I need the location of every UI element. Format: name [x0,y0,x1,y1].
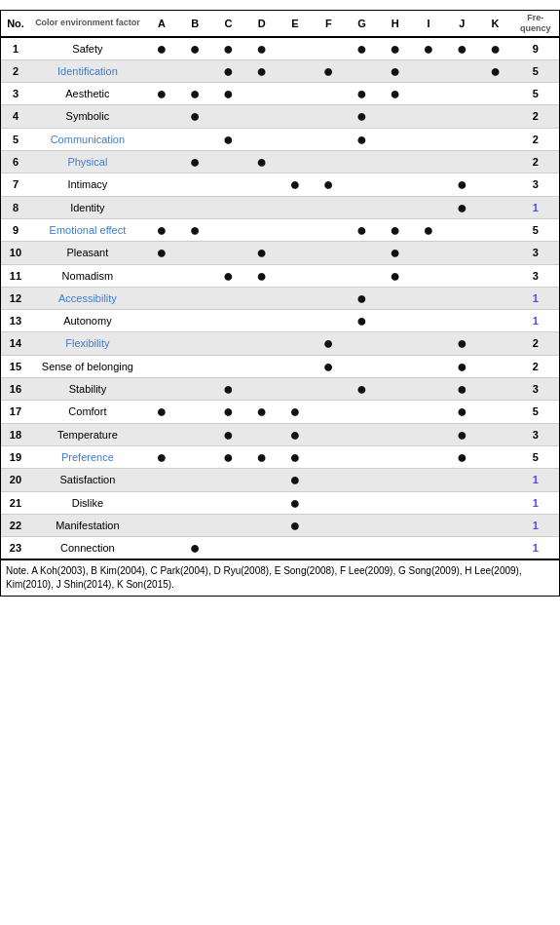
cell-dot-a [145,128,178,150]
cell-dot-k: ● [478,37,511,60]
cell-dot-k [478,445,511,468]
dot-icon: ● [356,84,367,103]
cell-no: 16 [1,378,30,401]
cell-dot-h: ● [379,264,412,287]
dot-icon: ● [156,402,167,421]
cell-dot-g [345,332,378,355]
cell-factor: Sense of belonging [30,355,145,377]
cell-dot-h [379,332,412,355]
table-row: 14Flexibility●●2 [1,332,559,355]
cell-dot-j [445,105,478,128]
cell-dot-h [379,105,412,128]
cell-dot-k [478,128,511,150]
cell-dot-k [478,196,511,218]
table-row: 4Symbolic●●2 [1,105,559,128]
cell-dot-a: ● [145,242,178,264]
cell-no: 7 [1,173,30,196]
cell-dot-g [345,264,378,287]
cell-dot-c [211,151,244,173]
cell-dot-f [312,310,345,332]
cell-dot-j [445,128,478,150]
cell-dot-j [445,242,478,264]
cell-dot-c: ● [211,128,244,150]
dot-icon: ● [190,538,201,558]
header-a: A [145,11,178,37]
cell-dot-j: ● [445,445,478,468]
cell-no: 11 [1,264,30,287]
dot-icon: ● [290,493,301,513]
cell-dot-e: ● [279,401,312,423]
table-row: 21Dislike●1 [1,491,559,514]
cell-dot-c: ● [211,37,244,60]
dot-icon: ● [457,39,467,58]
cell-freq: 2 [512,151,559,173]
cell-factor: Pleasant [30,242,145,264]
table-row: 23Connection●1 [1,537,559,560]
cell-dot-i: ● [412,37,445,60]
cell-dot-c [211,355,244,377]
cell-freq: 1 [512,537,559,560]
cell-dot-h [379,491,412,514]
cell-dot-c [211,287,244,309]
cell-dot-f [312,537,345,560]
cell-no: 20 [1,469,30,491]
header-g: G [345,11,378,37]
dot-icon: ● [223,402,234,421]
cell-dot-e: ● [279,445,312,468]
cell-dot-i [412,287,445,309]
cell-no: 23 [1,537,30,560]
cell-freq: 1 [512,491,559,514]
cell-dot-h: ● [379,59,412,82]
cell-dot-k [478,310,511,332]
cell-dot-g [345,242,378,264]
cell-dot-a: ● [145,83,178,105]
cell-no: 14 [1,332,30,355]
cell-dot-j [445,514,478,536]
cell-no: 1 [1,37,30,60]
cell-dot-c: ● [211,445,244,468]
cell-factor: Identity [30,196,145,218]
dot-icon: ● [190,106,201,126]
cell-dot-k [478,218,511,241]
cell-dot-f [312,445,345,468]
dot-icon: ● [223,447,234,467]
dot-icon: ● [190,39,201,58]
cell-dot-f [312,218,345,241]
table-row: 5Communication●●2 [1,128,559,150]
cell-dot-i [412,537,445,560]
cell-dot-g: ● [345,83,378,105]
cell-no: 13 [1,310,30,332]
table-row: 20Satisfaction●1 [1,469,559,491]
cell-dot-c [211,537,244,560]
cell-dot-i: ● [412,218,445,241]
dot-icon: ● [490,39,501,58]
dot-icon: ● [190,152,201,172]
dot-icon: ● [256,152,267,172]
cell-dot-i [412,128,445,150]
cell-dot-d [245,378,279,401]
dot-icon: ● [356,311,367,330]
dot-icon: ● [256,243,267,262]
cell-dot-a: ● [145,218,178,241]
cell-dot-g [345,423,378,445]
cell-dot-g: ● [345,37,378,60]
dot-icon: ● [323,357,334,376]
cell-freq: 3 [512,423,559,445]
cell-dot-d: ● [245,242,279,264]
cell-dot-a [145,59,178,82]
cell-factor: Manifestation [30,514,145,536]
cell-dot-b [178,332,211,355]
dot-icon: ● [390,39,400,58]
cell-dot-b [178,514,211,536]
cell-dot-g [345,469,378,491]
cell-dot-j: ● [445,423,478,445]
cell-dot-g [345,59,378,82]
table-row: 16Stability●●●3 [1,378,559,401]
cell-dot-k [478,332,511,355]
cell-dot-a [145,378,178,401]
cell-dot-i [412,469,445,491]
cell-factor: Symbolic [30,105,145,128]
cell-dot-f [312,37,345,60]
cell-dot-a [145,196,178,218]
cell-dot-g [345,537,378,560]
